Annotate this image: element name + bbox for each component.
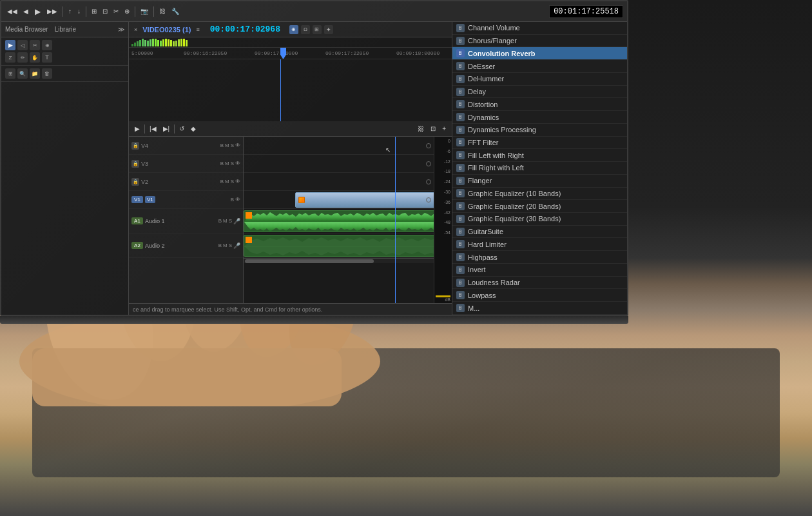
seq-tool-4[interactable]: ✦ xyxy=(324,25,333,34)
effect-channel-volume[interactable]: 🎚 Channel Volume xyxy=(452,22,627,35)
effect-fill-right[interactable]: 🎚 Fill Right with Left xyxy=(452,162,627,175)
toolbar-btn-add[interactable]: ⊕ xyxy=(122,6,131,16)
ctrl-play-pause[interactable]: ▶ xyxy=(133,124,142,134)
track-lock-v2[interactable]: 🔒 xyxy=(131,178,139,186)
effect-guitar-suite[interactable]: 🎚 GuitarSuite xyxy=(452,226,627,239)
effect-chorus-flanger[interactable]: 🎚 Chorus/Flanger xyxy=(452,35,627,48)
sequence-close[interactable]: × xyxy=(134,26,137,33)
track-v2-b[interactable]: B xyxy=(220,179,224,184)
toolbar-btn-down[interactable]: ↓ xyxy=(75,6,82,16)
track-badge-v1[interactable]: V1 xyxy=(131,196,143,203)
track-badge-a1[interactable]: A1 xyxy=(131,217,143,224)
effect-hard-limiter[interactable]: 🎚 Hard Limiter xyxy=(452,238,627,251)
ctrl-markers[interactable]: ◆ xyxy=(189,124,198,134)
effect-dynamics-processing[interactable]: 🎚 Dynamics Processing xyxy=(452,124,627,137)
track-v4-s[interactable]: S xyxy=(231,143,234,148)
toolbar-btn-up[interactable]: ↑ xyxy=(66,6,73,16)
effect-deesser[interactable]: 🎚 DeEsser xyxy=(452,60,627,73)
tab-media-browser[interactable]: Media Browser xyxy=(5,26,48,33)
toolbar-btn-play[interactable]: ▶ xyxy=(32,6,43,17)
tool-pen[interactable]: ✏ xyxy=(17,52,28,63)
track-a2-row[interactable] xyxy=(244,233,434,258)
ctrl-add-track[interactable]: + xyxy=(440,124,448,134)
tool-zoom[interactable]: Z xyxy=(5,52,15,63)
tab-librarie[interactable]: Librarie xyxy=(55,26,76,33)
track-lock-v4[interactable]: 🔒 xyxy=(131,142,139,150)
track-v4-vis[interactable]: 👁 xyxy=(235,143,240,148)
effect-flanger[interactable]: 🎚 Flanger xyxy=(452,175,627,188)
effect-lowpass[interactable]: 🎚 Lowpass xyxy=(452,289,627,302)
effect-invert[interactable]: 🎚 Invert xyxy=(452,264,627,277)
tool-slip[interactable]: ⊕ xyxy=(42,40,52,50)
toolbar-btn-cut[interactable]: ✂ xyxy=(111,6,121,16)
audio-clip-a2[interactable] xyxy=(244,235,434,257)
track-a1-mic[interactable]: 🎤 xyxy=(233,218,240,224)
track-a2-b[interactable]: B xyxy=(218,243,222,248)
toolbar-btn-back[interactable]: ◀◀ xyxy=(5,6,19,16)
effect-delay[interactable]: 🎚 Delay xyxy=(452,86,627,99)
seq-tool-1[interactable]: ⊕ xyxy=(289,25,298,34)
effect-dynamics[interactable]: 🎚 Dynamics xyxy=(452,111,627,124)
ctrl-prev[interactable]: |◀ xyxy=(148,124,159,134)
tool-extra-1[interactable]: ⊞ xyxy=(5,68,15,79)
tool-ripple[interactable]: ◁ xyxy=(17,40,28,50)
ctrl-loop[interactable]: ↺ xyxy=(177,124,186,134)
track-v3-vis[interactable]: 👁 xyxy=(235,161,240,166)
track-badge-a2[interactable]: A2 xyxy=(131,242,143,249)
effect-more[interactable]: 🎚 M... xyxy=(452,302,627,315)
video-clip[interactable]: VIDEO0258.mp4 xyxy=(295,192,434,208)
audio-clip-a1[interactable] xyxy=(244,210,434,232)
toolbar-btn-step-fwd[interactable]: ▶▶ xyxy=(45,6,59,16)
track-v1-row[interactable]: VIDEO0258.mp4 xyxy=(244,191,434,209)
track-v3-m[interactable]: M xyxy=(225,161,229,166)
effect-highpass[interactable]: 🎚 Highpass xyxy=(452,251,627,264)
track-a2-mic[interactable]: 🎤 xyxy=(233,243,240,249)
panel-menu-icon[interactable]: ≫ xyxy=(118,26,124,33)
track-a1-m[interactable]: M xyxy=(223,218,227,224)
ctrl-next[interactable]: ▶| xyxy=(161,124,172,134)
effect-graphic-eq-10[interactable]: 🎚 Graphic Equalizer (10 Bands) xyxy=(452,188,627,201)
track-v3-s[interactable]: S xyxy=(231,161,234,166)
effect-loudness-radar[interactable]: 🎚 Loudness Radar xyxy=(452,277,627,290)
track-a1-row[interactable] xyxy=(244,209,434,233)
tool-type[interactable]: T xyxy=(42,52,52,63)
effect-fill-left[interactable]: 🎚 Fill Left with Right xyxy=(452,149,627,162)
toolbar-btn-grid[interactable]: ⊞ xyxy=(90,6,99,16)
toolbar-btn-link[interactable]: ⛓ xyxy=(157,6,168,16)
effect-convolution-reverb[interactable]: 🎚 Convolution Reverb xyxy=(452,47,627,60)
ctrl-snap[interactable]: ⊡ xyxy=(429,124,438,134)
toolbar-btn-camera[interactable]: 📷 xyxy=(139,6,150,16)
toolbar-btn-magnet[interactable]: 🔧 xyxy=(169,6,181,16)
seq-tool-2[interactable]: Ω xyxy=(301,25,310,34)
track-a1-b[interactable]: B xyxy=(218,218,222,224)
tracks-scrollbar[interactable] xyxy=(244,258,434,263)
toolbar-btn-step-back[interactable]: ◀ xyxy=(21,6,30,16)
track-a2-s[interactable]: S xyxy=(229,243,232,248)
track-v2-m[interactable]: M xyxy=(225,179,229,184)
track-lock-v3[interactable]: 🔒 xyxy=(131,160,139,168)
tool-extra-3[interactable]: 📁 xyxy=(30,68,40,79)
track-v4-m[interactable]: M xyxy=(225,143,229,148)
scrollbar-thumb[interactable] xyxy=(245,259,374,263)
track-v1-vis[interactable]: 👁 xyxy=(235,197,240,203)
seq-tool-3[interactable]: ⊞ xyxy=(313,25,322,34)
track-v2-s[interactable]: S xyxy=(231,179,234,184)
tool-hand[interactable]: ✋ xyxy=(30,52,40,63)
track-v3-b[interactable]: B xyxy=(220,161,224,166)
track-v4-eye[interactable]: B xyxy=(220,143,224,148)
tool-select[interactable]: ▶ xyxy=(5,40,15,50)
track-a2-m[interactable]: M xyxy=(223,243,227,248)
tool-razor[interactable]: ✂ xyxy=(30,40,40,50)
track-a1-s[interactable]: S xyxy=(229,218,232,224)
effect-fft-filter[interactable]: 🎚 FFT Filter xyxy=(452,137,627,150)
tool-extra-2[interactable]: 🔍 xyxy=(17,68,28,79)
track-v2-vis[interactable]: 👁 xyxy=(235,179,240,184)
effect-dehummer[interactable]: 🎚 DeHummer xyxy=(452,73,627,86)
track-v1-b[interactable]: B xyxy=(231,197,234,203)
effect-graphic-eq-20[interactable]: 🎚 Graphic Equalizer (20 Bands) xyxy=(452,200,627,213)
ctrl-link[interactable]: ⛓ xyxy=(416,124,426,134)
sequence-menu[interactable]: ≡ xyxy=(196,26,199,33)
effect-graphic-eq-30[interactable]: 🎚 Graphic Equalizer (30 Bands) xyxy=(452,213,627,226)
toolbar-btn-snap[interactable]: ⊡ xyxy=(101,6,110,16)
effect-distortion[interactable]: 🎚 Distortion xyxy=(452,98,627,111)
